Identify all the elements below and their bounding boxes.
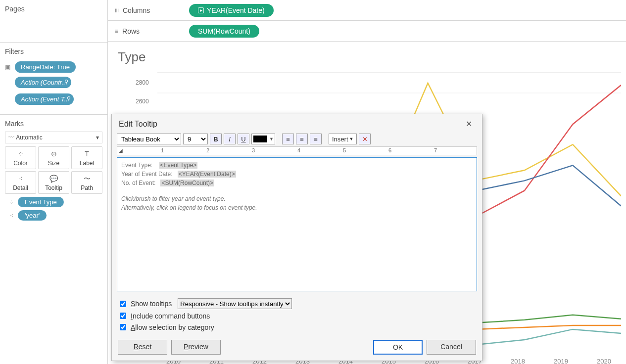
close-icon[interactable]: ✕	[463, 118, 475, 130]
allow-selection-checkbox[interactable]: Allow selection by category	[118, 322, 476, 332]
font-size-select[interactable]: 9	[183, 134, 208, 144]
font-family-select[interactable]: Tableau Book	[117, 134, 181, 144]
field-token[interactable]: <YEAR(Event Date)>	[178, 171, 236, 178]
align-left-button[interactable]: ≡	[282, 134, 294, 144]
cancel-button[interactable]: Cancel	[427, 340, 476, 355]
font-color-picker[interactable]: ▼	[251, 134, 275, 144]
ruler[interactable]: ◢ 1 2 3 4 5 6 7	[117, 146, 477, 155]
italic-button[interactable]: I	[224, 134, 236, 144]
dialog-overlay: Edit Tooltip ✕ Tableau Book 9 B I U ▼ ≡ …	[0, 0, 626, 364]
tooltip-editor[interactable]: Event Type: <Event Type> Year of Event D…	[117, 157, 477, 291]
underline-button[interactable]: U	[238, 134, 249, 144]
include-command-checkbox[interactable]: Include command buttons	[118, 311, 476, 320]
bold-button[interactable]: B	[210, 134, 222, 144]
tooltip-options: Show tooltips Responsive - Show tooltips…	[112, 295, 482, 335]
align-right-button[interactable]: ≡	[310, 134, 322, 144]
insert-dropdown[interactable]: Insert▼	[329, 134, 357, 144]
tooltip-mode-select[interactable]: Responsive - Show tooltips instantly	[178, 298, 292, 309]
dialog-title: Edit Tooltip	[119, 120, 157, 129]
ok-button[interactable]: OK	[373, 340, 423, 355]
show-tooltips-checkbox[interactable]: Show tooltips Responsive - Show tooltips…	[118, 298, 476, 309]
tab-stop-icon: ◢	[119, 148, 123, 153]
format-toolbar: Tableau Book 9 B I U ▼ ≡ ≡ ≡ Insert▼ ✕	[112, 133, 482, 145]
clear-button[interactable]: ✕	[359, 134, 371, 144]
align-center-button[interactable]: ≡	[296, 134, 308, 144]
field-token[interactable]: <SUM(RowCount)>	[160, 180, 214, 186]
preview-button[interactable]: Preview	[171, 340, 221, 355]
edit-tooltip-dialog: Edit Tooltip ✕ Tableau Book 9 B I U ▼ ≡ …	[111, 114, 482, 361]
field-token[interactable]: <Event Type>	[159, 162, 198, 169]
reset-button[interactable]: Reset	[118, 340, 167, 355]
